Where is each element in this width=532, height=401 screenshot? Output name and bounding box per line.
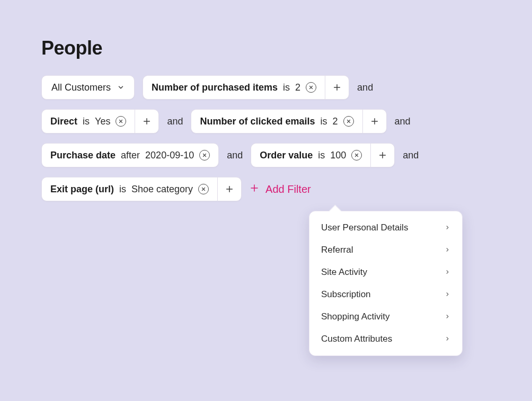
conjunction-label: and (395, 116, 411, 127)
conjunction-label: and (357, 82, 373, 93)
filter-row: Exit page (url) is Shoe category A (41, 177, 491, 201)
segment-dropdown[interactable]: All Customers (41, 75, 135, 100)
filter-value: 100 (330, 150, 346, 161)
remove-filter-icon[interactable] (199, 150, 210, 161)
add-condition-button[interactable] (135, 109, 159, 133)
filter-field: Exit page (url) (50, 184, 114, 195)
plus-icon (250, 183, 259, 195)
add-condition-button[interactable] (217, 177, 242, 201)
popover-item-site-activity[interactable]: Site Activity (309, 261, 462, 283)
filter-chip[interactable]: Order value is 100 (251, 143, 370, 167)
chevron-down-icon (117, 84, 125, 91)
filter-field: Number of purchased items (152, 82, 278, 93)
conjunction-label: and (403, 150, 419, 161)
popover-item-label: Site Activity (321, 267, 367, 278)
remove-filter-icon[interactable] (116, 116, 126, 127)
filter-chip-group: Number of clicked emails is 2 (191, 109, 386, 133)
popover-item-referral[interactable]: Referral (309, 239, 462, 261)
filter-value: 2020-09-10 (145, 150, 194, 161)
filter-op: is (119, 184, 126, 195)
chevron-right-icon (445, 311, 450, 322)
filter-chip-group: Direct is Yes (41, 109, 159, 133)
filter-chip[interactable]: Number of clicked emails is 2 (191, 109, 362, 133)
filter-rows: All Customers Number of purchased items … (41, 75, 491, 201)
filter-op: is (283, 82, 290, 93)
filter-op: is (83, 116, 90, 127)
popover-item-subscription[interactable]: Subscription (309, 283, 462, 306)
popover-item-label: Referral (321, 245, 353, 255)
filter-chip[interactable]: Direct is Yes (41, 109, 135, 133)
segment-dropdown-label: All Customers (51, 82, 111, 93)
popover-item-label: Shopping Activity (321, 311, 389, 322)
conjunction-label: and (227, 150, 243, 161)
add-filter-button[interactable]: Add Filter (250, 183, 311, 195)
filter-field: Number of clicked emails (200, 116, 315, 127)
filter-field: Order value (260, 150, 313, 161)
add-filter-popover: User Personal Details Referral Site Acti… (309, 211, 463, 356)
remove-filter-icon[interactable] (343, 116, 354, 127)
filter-value: 2 (333, 116, 338, 127)
page-title: People (41, 37, 491, 59)
filter-field: Direct (50, 116, 77, 127)
add-condition-button[interactable] (362, 109, 387, 133)
filter-value: Yes (95, 116, 110, 127)
chevron-right-icon (445, 245, 450, 255)
popover-item-label: User Personal Details (321, 222, 408, 233)
popover-item-custom-attributes[interactable]: Custom Attributes (309, 328, 462, 350)
filter-op: is (318, 150, 325, 161)
filter-op: after (121, 150, 140, 161)
remove-filter-icon[interactable] (306, 82, 316, 93)
remove-filter-icon[interactable] (351, 150, 362, 161)
filter-value: Shoe category (131, 184, 193, 195)
filter-chip-group: Exit page (url) is Shoe category (41, 177, 242, 201)
popover-item-label: Subscription (321, 289, 371, 300)
chevron-right-icon (445, 222, 450, 233)
filter-chip[interactable]: Exit page (url) is Shoe category (41, 177, 217, 201)
filter-field: Purchase date (50, 150, 116, 161)
chevron-right-icon (445, 334, 450, 344)
add-condition-button[interactable] (370, 143, 395, 167)
filter-row: All Customers Number of purchased items … (41, 75, 491, 100)
popover-item-user-personal-details[interactable]: User Personal Details (309, 217, 462, 239)
conjunction-label: and (167, 116, 183, 127)
popover-item-label: Custom Attributes (321, 334, 392, 344)
add-filter-label: Add Filter (265, 183, 311, 195)
add-condition-button[interactable] (325, 75, 349, 100)
chevron-right-icon (445, 267, 450, 278)
chevron-right-icon (445, 289, 450, 300)
filter-op: is (321, 116, 327, 127)
filter-chip-group: Number of purchased items is 2 (143, 75, 349, 100)
filter-row: Direct is Yes and Number of click (41, 109, 491, 133)
popover-item-shopping-activity[interactable]: Shopping Activity (309, 306, 462, 328)
filter-value: 2 (295, 82, 300, 93)
remove-filter-icon[interactable] (198, 184, 209, 194)
filter-chip[interactable]: Purchase date after 2020-09-10 (41, 143, 219, 167)
filter-chip[interactable]: Number of purchased items is 2 (143, 75, 325, 100)
filter-row: Purchase date after 2020-09-10 and Order… (41, 143, 491, 167)
popover-menu: User Personal Details Referral Site Acti… (309, 211, 463, 356)
filter-chip-group: Order value is 100 (251, 143, 395, 167)
